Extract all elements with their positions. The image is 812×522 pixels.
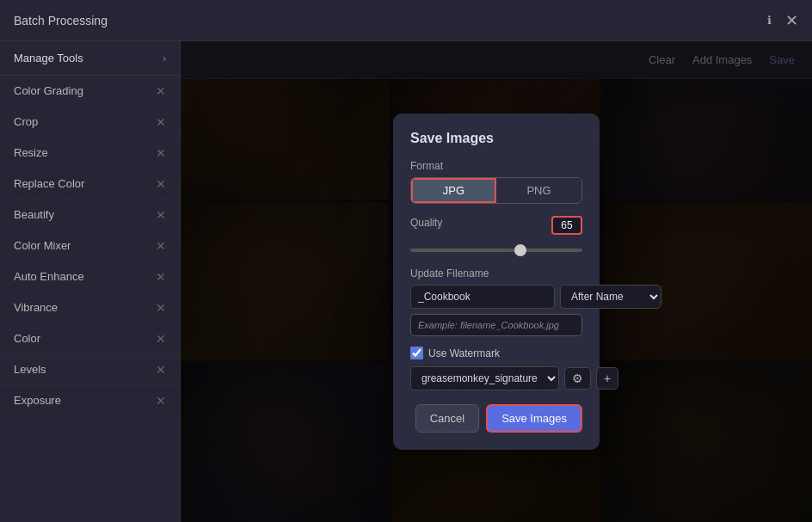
sidebar-item-vibrance[interactable]: Vibrance ✕ (0, 292, 180, 323)
sidebar-item-color-mixer[interactable]: Color Mixer ✕ (0, 230, 180, 261)
remove-icon[interactable]: ✕ (156, 85, 166, 97)
sidebar-header: Manage Tools › (0, 41, 180, 76)
watermark-row: Use Watermark (410, 347, 582, 359)
dialog-buttons: Cancel Save Images (410, 404, 582, 433)
title-bar-right: ℹ ✕ (767, 13, 798, 28)
gear-button[interactable]: ⚙ (564, 367, 591, 390)
sidebar-item-levels[interactable]: Levels ✕ (0, 354, 180, 385)
sidebar-label: Vibrance (14, 301, 58, 314)
sidebar-label: Auto Enhance (14, 270, 84, 283)
watermark-select[interactable]: greasemonkey_signature (410, 366, 559, 390)
remove-icon[interactable]: ✕ (156, 364, 166, 376)
sidebar-item-exposure[interactable]: Exposure ✕ (0, 385, 180, 416)
quality-header: Quality 65 (410, 216, 582, 235)
position-select[interactable]: After Name Before Name Replace Name (560, 285, 661, 309)
sidebar-item-resize[interactable]: Resize ✕ (0, 138, 180, 169)
watermark-label: Use Watermark (428, 347, 500, 359)
update-filename-label: Update Filename (410, 267, 582, 279)
add-watermark-button[interactable]: + (596, 367, 618, 390)
remove-icon[interactable]: ✕ (156, 178, 166, 190)
remove-icon[interactable]: ✕ (156, 240, 166, 252)
sidebar-label: Replace Color (14, 177, 84, 190)
format-label: Format (410, 160, 582, 172)
filename-prefix-input[interactable] (410, 285, 555, 309)
title-bar-left: Batch Processing (14, 14, 108, 28)
png-format-button[interactable]: PNG (496, 178, 581, 203)
format-toggle: JPG PNG (410, 177, 582, 204)
remove-icon[interactable]: ✕ (156, 209, 166, 221)
sidebar-item-beautify[interactable]: Beautify ✕ (0, 200, 180, 230)
modal-overlay: Save Images Format JPG PNG Quality 65 (181, 41, 812, 522)
sidebar-label: Levels (14, 363, 46, 376)
window-close-button[interactable]: ✕ (785, 13, 798, 28)
sidebar-label: Color (14, 332, 40, 345)
content-area: Clear Add Images Save (181, 41, 812, 522)
remove-icon[interactable]: ✕ (156, 271, 166, 283)
gear-icon: ⚙ (572, 372, 583, 385)
remove-icon[interactable]: ✕ (156, 302, 166, 314)
title-bar: Batch Processing ℹ ✕ (0, 0, 812, 41)
remove-icon[interactable]: ✕ (156, 333, 166, 345)
remove-icon[interactable]: ✕ (156, 116, 166, 128)
filename-example: Example: filename_Cookbook.jpg (410, 314, 582, 336)
info-button[interactable]: ℹ (767, 14, 772, 27)
jpg-format-button[interactable]: JPG (411, 178, 496, 203)
window-title: Batch Processing (14, 14, 108, 28)
remove-icon[interactable]: ✕ (156, 395, 166, 407)
sidebar-expand-icon: › (163, 52, 166, 64)
manage-tools-label: Manage Tools (14, 52, 83, 64)
sidebar-item-color[interactable]: Color ✕ (0, 323, 180, 354)
sidebar-label: Resize (14, 146, 48, 159)
sidebar: Manage Tools › Color Grading ✕ Crop ✕ Re… (0, 41, 181, 522)
dialog-title: Save Images (410, 131, 582, 146)
app-window: Batch Processing ℹ ✕ Manage Tools › Colo… (0, 0, 812, 522)
cancel-button[interactable]: Cancel (415, 404, 479, 433)
sidebar-item-color-grading[interactable]: Color Grading ✕ (0, 76, 180, 107)
watermark-controls: greasemonkey_signature ⚙ + (410, 366, 582, 390)
watermark-checkbox[interactable] (410, 347, 423, 359)
sidebar-label: Color Mixer (14, 239, 71, 252)
quality-slider[interactable] (410, 249, 582, 252)
sidebar-label: Exposure (14, 394, 61, 407)
quality-value: 65 (551, 216, 582, 235)
sidebar-item-replace-color[interactable]: Replace Color ✕ (0, 169, 180, 200)
main-layout: Manage Tools › Color Grading ✕ Crop ✕ Re… (0, 41, 812, 522)
sidebar-item-auto-enhance[interactable]: Auto Enhance ✕ (0, 261, 180, 292)
save-images-button[interactable]: Save Images (486, 404, 582, 433)
sidebar-label: Color Grading (14, 84, 83, 97)
sidebar-label: Crop (14, 115, 38, 128)
sidebar-item-crop[interactable]: Crop ✕ (0, 107, 180, 138)
sidebar-label: Beautify (14, 208, 54, 221)
remove-icon[interactable]: ✕ (156, 147, 166, 159)
quality-label: Quality (410, 217, 442, 229)
save-dialog: Save Images Format JPG PNG Quality 65 (393, 114, 600, 450)
quality-slider-container (410, 240, 582, 255)
filename-row: After Name Before Name Replace Name (410, 285, 582, 309)
plus-icon: + (604, 372, 611, 385)
